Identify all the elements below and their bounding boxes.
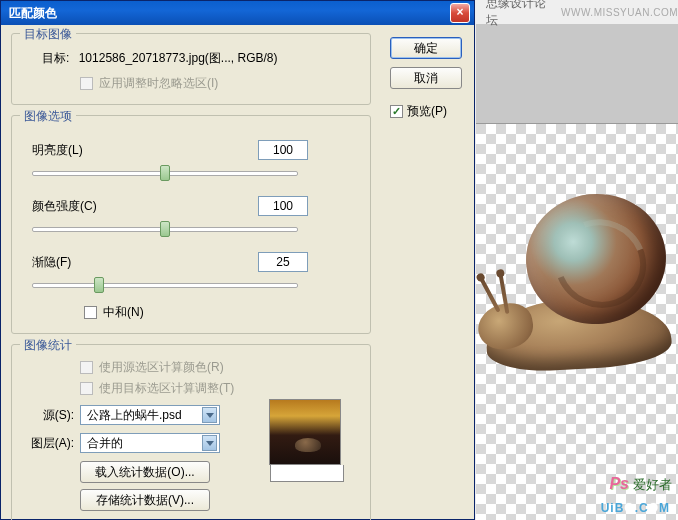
ignore-selection-row: 应用调整时忽略选区(I) [80, 75, 358, 92]
layer-value: 合并的 [87, 435, 123, 452]
use-source-sel-checkbox [80, 361, 93, 374]
dialog-title: 匹配颜色 [9, 5, 57, 22]
use-target-sel-row: 使用目标选区计算调整(T) [80, 380, 358, 397]
target-label: 目标: [42, 51, 69, 65]
fade-row: 渐隐(F) 25 [24, 252, 358, 272]
luminance-label: 明亮度(L) [32, 142, 112, 159]
fade-label: 渐隐(F) [32, 254, 112, 271]
ignore-selection-label: 应用调整时忽略选区(I) [99, 75, 218, 92]
fade-thumb[interactable] [94, 277, 104, 293]
target-line: 目标: 1012586_20718773.jpg(图..., RGB/8) [42, 50, 358, 67]
group-title-target: 目标图像 [20, 26, 76, 43]
watermark-domain: UiBO.COM [460, 492, 670, 518]
save-stats-button[interactable]: 存储统计数据(V)... [80, 489, 210, 511]
titlebar[interactable]: 匹配颜色 × [1, 1, 474, 25]
canvas-margin [476, 24, 678, 124]
intensity-value[interactable]: 100 [258, 196, 308, 216]
source-dropdown[interactable]: 公路上的蜗牛.psd [80, 405, 220, 425]
match-color-dialog: 匹配颜色 × 目标图像 目标: 1012586_20718773.jpg(图..… [0, 0, 475, 520]
watermark-ps-logo: Ps [609, 475, 629, 493]
group-title-options: 图像选项 [20, 108, 76, 125]
layer-label: 图层(A): [24, 435, 74, 452]
use-target-sel-checkbox [80, 382, 93, 395]
cancel-button[interactable]: 取消 [390, 67, 462, 89]
use-source-sel-label: 使用源选区计算颜色(R) [99, 359, 224, 376]
source-label: 源(S): [24, 407, 74, 424]
site-url: WWW.MISSYUAN.COM [561, 7, 678, 18]
close-button[interactable]: × [450, 3, 470, 23]
preview-checkbox[interactable] [390, 105, 403, 118]
ok-button[interactable]: 确定 [390, 37, 462, 59]
load-stats-button[interactable]: 载入统计数据(O)... [80, 461, 210, 483]
intensity-label: 颜色强度(C) [32, 198, 112, 215]
neutralize-label: 中和(N) [103, 304, 144, 321]
use-source-sel-row: 使用源选区计算颜色(R) [80, 359, 358, 376]
dialog-side-buttons: 确定 取消 预览(P) [390, 37, 462, 120]
canvas-checker: Ps 爱好者 [476, 124, 678, 520]
luminance-slider[interactable] [32, 164, 298, 182]
snail-image [486, 194, 678, 394]
intensity-row: 颜色强度(C) 100 [24, 196, 358, 216]
layer-dropdown[interactable]: 合并的 [80, 433, 220, 453]
site-name: 思缘设计论坛 [486, 0, 555, 29]
group-title-stats: 图像统计 [20, 337, 76, 354]
neutralize-row: 中和(N) [84, 304, 358, 321]
luminance-row: 明亮度(L) 100 [24, 140, 358, 160]
chevron-down-icon [202, 435, 217, 451]
snail-tentacle [479, 277, 500, 312]
preview-row: 预览(P) [390, 103, 462, 120]
image-options-group: 图像选项 明亮度(L) 100 颜色强度(C) 100 渐隐(F) 25 [11, 115, 371, 334]
use-target-sel-label: 使用目标选区计算调整(T) [99, 380, 234, 397]
chevron-down-icon [202, 407, 217, 423]
source-value: 公路上的蜗牛.psd [87, 407, 182, 424]
ignore-selection-checkbox [80, 77, 93, 90]
neutralize-checkbox[interactable] [84, 306, 97, 319]
target-value: 1012586_20718773.jpg(图..., RGB/8) [79, 51, 278, 65]
target-image-group: 目标图像 目标: 1012586_20718773.jpg(图..., RGB/… [11, 33, 371, 105]
intensity-thumb[interactable] [160, 221, 170, 237]
right-panel: 思缘设计论坛 WWW.MISSYUAN.COM Ps 爱好者 [476, 0, 678, 520]
luminance-thumb[interactable] [160, 165, 170, 181]
site-banner: 思缘设计论坛 WWW.MISSYUAN.COM [476, 0, 678, 24]
preview-label: 预览(P) [407, 103, 447, 120]
fade-slider[interactable] [32, 276, 298, 294]
intensity-slider[interactable] [32, 220, 298, 238]
fade-value[interactable]: 25 [258, 252, 308, 272]
luminance-value[interactable]: 100 [258, 140, 308, 160]
source-thumbnail [269, 399, 341, 465]
